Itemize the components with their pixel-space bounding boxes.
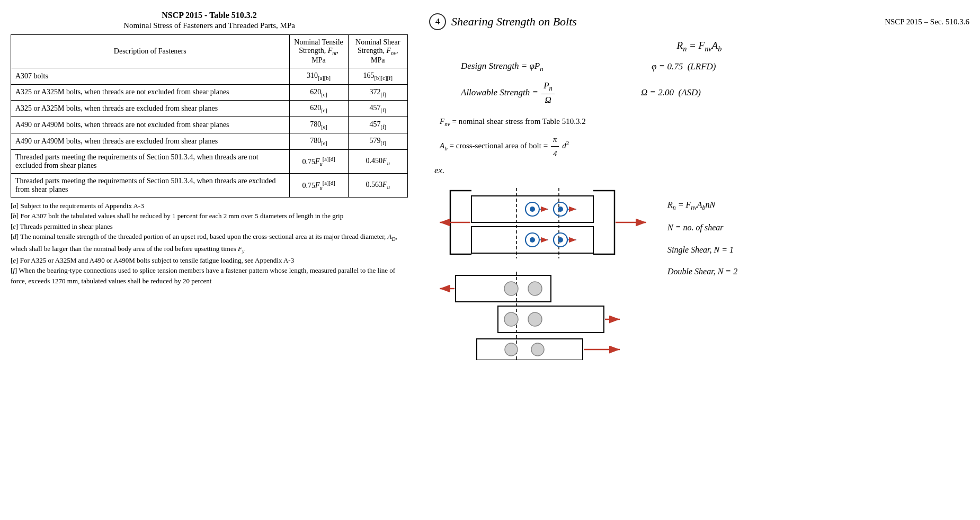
footnote-c: [c] Threads permitted in shear planes: [11, 221, 408, 232]
table-row: Threaded parts meeting the requirements …: [11, 149, 408, 173]
allowable-strength-label: Allowable Strength = Pn Ω: [461, 80, 609, 105]
diagram-area: Rn = FnvAbnN N = no. of shear Single She…: [429, 180, 969, 360]
row-shear: 0.563Fu: [348, 173, 407, 197]
table-row: A490 or A490M bolts, when threads are no…: [11, 117, 408, 133]
row-tensile: 780[e]: [289, 117, 348, 133]
row-shear: 579[f]: [348, 133, 407, 149]
row-shear: 372[f]: [348, 84, 407, 101]
row-desc: Threaded parts meeting the requirements …: [11, 149, 290, 173]
bolt-diagram: [429, 180, 657, 360]
row-desc: A307 bolts: [11, 68, 290, 84]
design-strength-label: Design Strength = φPn: [461, 61, 609, 73]
row-desc: Threaded parts meeting the requirements …: [11, 173, 290, 197]
footnote-b: [b] For A307 bolt the tabulated values s…: [11, 211, 408, 221]
footnote-d: [d] The nominal tensile strength of the …: [11, 231, 408, 255]
row-tensile: 620[e]: [289, 101, 348, 117]
footnote-e: [e] For A325 or A325M and A490 or A490M …: [11, 255, 408, 266]
section-header: 4 Shearing Strength on Bolts NSCP 2015 –…: [429, 13, 969, 30]
svg-point-18: [558, 237, 563, 243]
ex-label: ex.: [434, 165, 969, 176]
table-subtitle: Nominal Stress of Fasteners and Threaded…: [11, 21, 408, 30]
row-shear: 165[b][c][f]: [348, 68, 407, 84]
table-row: A490 or A490M bolts, when threads are ex…: [11, 133, 408, 149]
section-ref: NSCP 2015 – Sec. 510.3.6: [885, 17, 969, 26]
table-title: NSCP 2015 - Table 510.3.2: [11, 11, 408, 20]
row-tensile: 0.75Fu[a][d]: [289, 173, 348, 197]
design-strength-row: Design Strength = φPn φ = 0.75 (LRFD): [429, 61, 969, 73]
table-row: A325 or A325M bolts, when threads are ex…: [11, 101, 408, 117]
table-row: A325 or A325M bolts, when threads are no…: [11, 84, 408, 101]
main-formula: Rn = FnvAb: [429, 40, 969, 53]
allowable-fraction: Pn Ω: [541, 80, 555, 105]
footnotes: [a] Subject to the requirements of Appen…: [11, 201, 408, 286]
row-desc: A490 or A490M bolts, when threads are ex…: [11, 133, 290, 149]
formula-rn: Rn = FnvAbnN: [667, 196, 737, 214]
row-desc: A325 or A325M bolts, when threads are ex…: [11, 101, 290, 117]
formula-single: Single Shear, N = 1: [667, 241, 737, 259]
row-tensile: 310[a][b]: [289, 68, 348, 84]
row-tensile: 0.75Fu[a][d]: [289, 149, 348, 173]
section-title: Shearing Strength on Bolts: [451, 15, 885, 29]
formula-n: N = no. of shear: [667, 219, 737, 237]
svg-point-33: [505, 343, 518, 356]
row-tensile: 620[e]: [289, 84, 348, 101]
right-panel: 4 Shearing Strength on Bolts NSCP 2015 –…: [413, 11, 969, 360]
allowable-strength-row: Allowable Strength = Pn Ω Ω = 2.00 (ASD): [429, 80, 969, 105]
svg-rect-31: [477, 339, 583, 360]
design-strength-phi: φ = 0.75 (LRFD): [652, 61, 716, 72]
table-row: A307 bolts 310[a][b] 165[b][c][f]: [11, 68, 408, 84]
row-tensile: 780[e]: [289, 133, 348, 149]
footnote-f: [f] When the bearing-type connections us…: [11, 265, 408, 286]
svg-point-25: [504, 282, 518, 295]
svg-point-9: [530, 207, 535, 212]
svg-point-15: [530, 237, 535, 243]
diagram-formulas: Rn = FnvAbnN N = no. of shear Single She…: [667, 180, 737, 281]
fasteners-table: Description of Fasteners Nominal Tensile…: [11, 34, 408, 198]
section-number: 4: [429, 13, 446, 30]
svg-point-12: [558, 207, 563, 212]
row-shear: 457[f]: [348, 101, 407, 117]
table-row: Threaded parts meeting the requirements …: [11, 173, 408, 197]
formula-double: Double Shear, N = 2: [667, 263, 737, 281]
allowable-strength-omega: Ω = 2.00 (ASD): [641, 87, 701, 98]
col-header-shear: Nominal ShearStrength, Fnv, MPa: [348, 35, 407, 68]
col-header-tensile: Nominal TensileStrength, Fnt, MPa: [289, 35, 348, 68]
svg-point-28: [528, 312, 542, 326]
svg-point-27: [504, 312, 518, 326]
row-shear: 457[f]: [348, 117, 407, 133]
definition-fnv: Fnv = nominal shear stress from Table 51…: [440, 115, 969, 129]
row-desc: A325 or A325M bolts, when threads are no…: [11, 84, 290, 101]
footnote-a: [a] Subject to the requirements of Appen…: [11, 201, 408, 211]
svg-point-34: [531, 343, 544, 356]
row-desc: A490 or A490M bolts, when threads are no…: [11, 117, 290, 133]
row-shear: 0.450Fu: [348, 149, 407, 173]
definition-ab: Ab = cross-sectional area of bolt = π 4 …: [440, 133, 969, 160]
pi-fraction: π 4: [551, 133, 559, 160]
svg-point-26: [528, 282, 542, 295]
left-panel: NSCP 2015 - Table 510.3.2 Nominal Stress…: [11, 11, 413, 286]
col-header-desc: Description of Fasteners: [11, 35, 290, 68]
